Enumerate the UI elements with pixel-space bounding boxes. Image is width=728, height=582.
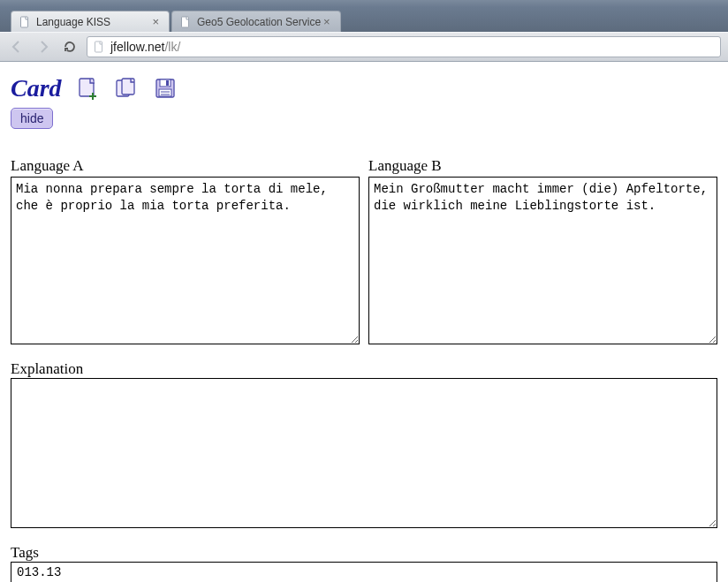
explanation-textarea[interactable]: [11, 378, 717, 528]
close-icon[interactable]: ×: [321, 15, 333, 28]
copy-card-button[interactable]: [113, 75, 140, 102]
url-path: /lk/: [164, 40, 180, 54]
tab-label: Language KISS: [36, 16, 110, 28]
document-icon: [19, 16, 31, 28]
forward-button[interactable]: [34, 37, 53, 57]
language-a-textarea[interactable]: [11, 177, 360, 344]
svg-rect-10: [166, 80, 169, 86]
tab-label: Geo5 Geolocation Service: [197, 16, 321, 28]
page-body: Card h: [0, 62, 728, 582]
language-b-textarea[interactable]: [368, 177, 717, 344]
tab-geo5[interactable]: Geo5 Geolocation Service ×: [171, 11, 341, 32]
url-host: jfellow.net: [110, 40, 164, 54]
new-card-button[interactable]: [74, 75, 101, 102]
window-titlebar-strip: [0, 0, 728, 7]
close-icon[interactable]: ×: [149, 15, 162, 28]
svg-rect-9: [160, 79, 171, 87]
tab-language-kiss[interactable]: Language KISS ×: [11, 11, 170, 32]
document-icon: [179, 16, 192, 28]
nav-toolbar: jfellow.net/lk/: [0, 32, 728, 62]
svg-rect-0: [21, 17, 28, 27]
card-header: Card: [11, 74, 717, 102]
svg-rect-1: [182, 17, 189, 27]
tabstrip: Language KISS × Geo5 Geolocation Service…: [0, 7, 728, 32]
back-button[interactable]: [7, 37, 27, 57]
svg-rect-2: [95, 42, 102, 52]
explanation-label: Explanation: [11, 360, 83, 377]
reload-button[interactable]: [60, 37, 80, 57]
document-icon: [93, 41, 105, 53]
language-b-label: Language B: [368, 157, 717, 175]
language-a-label: Language A: [11, 157, 360, 175]
page-title: Card: [11, 74, 62, 102]
tags-label: Tags: [11, 544, 39, 561]
save-button[interactable]: [152, 75, 178, 102]
svg-rect-11: [159, 89, 171, 96]
hide-button[interactable]: hide: [11, 108, 53, 129]
url-bar[interactable]: jfellow.net/lk/: [87, 36, 721, 57]
tags-input[interactable]: [11, 562, 717, 582]
